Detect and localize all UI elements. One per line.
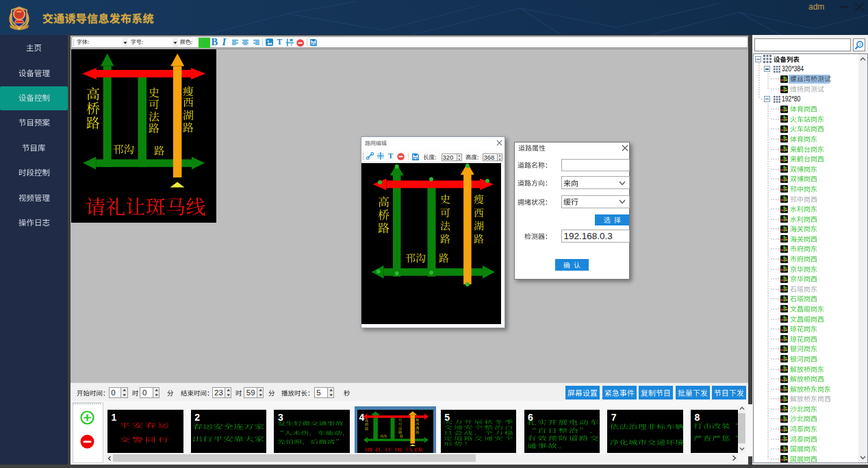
svg-text:3: 3 — [859, 42, 862, 47]
